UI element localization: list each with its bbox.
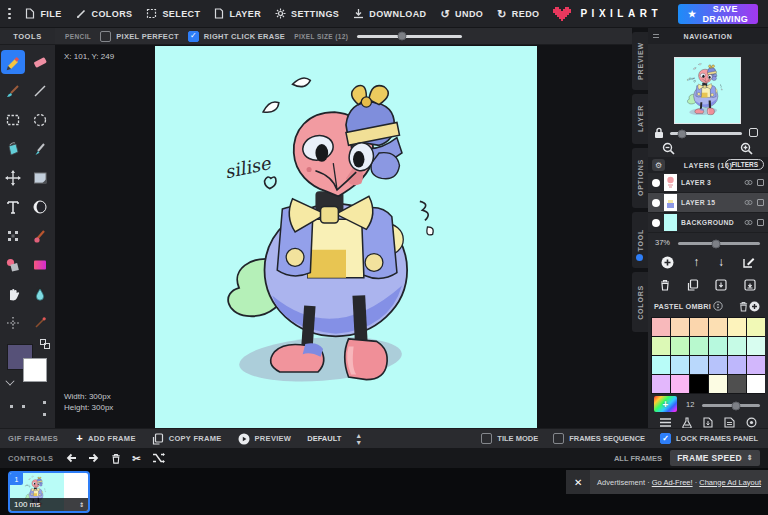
layer-opacity-knob[interactable] [711, 239, 720, 248]
blur-tool[interactable] [28, 282, 52, 306]
layer-visibility-toggle[interactable] [652, 199, 660, 207]
palette-swatch[interactable] [747, 337, 765, 355]
layer-row[interactable]: LAYER 3 [648, 173, 768, 193]
layer-link-icon[interactable] [744, 179, 753, 186]
lock-icon[interactable] [654, 127, 664, 139]
palette-swatch[interactable] [747, 375, 765, 393]
lock-frames-panel-toggle[interactable]: LOCK FRAMES PANEL [660, 433, 758, 444]
export-palette-icon[interactable] [724, 417, 735, 428]
select-area-tool[interactable] [28, 166, 52, 190]
palette-swatch[interactable] [728, 318, 746, 336]
filters-button[interactable]: FILTERS [725, 159, 764, 170]
delete-frame-button[interactable] [111, 453, 121, 464]
navigation-zoom-slider[interactable] [670, 132, 742, 135]
delete-palette-icon[interactable] [739, 301, 748, 312]
navigation-zoom-knob[interactable] [677, 129, 686, 138]
move-layer-down-icon[interactable]: ↓ [718, 256, 724, 268]
bucket-tool[interactable] [1, 137, 25, 161]
color-mixer-icon[interactable] [682, 417, 692, 428]
layers-settings-gear-icon[interactable]: ⚙ [652, 159, 665, 171]
palette-swatch[interactable] [728, 356, 746, 374]
palette-swatch[interactable] [671, 356, 689, 374]
dither-tool[interactable] [1, 224, 25, 248]
palette-swatch[interactable] [652, 337, 670, 355]
pixel-perfect-checkbox[interactable] [100, 31, 111, 42]
tile-mode-toggle[interactable]: TILE MODE [481, 433, 538, 444]
palette-select-icon[interactable] [713, 301, 723, 311]
flatten-layers-icon[interactable] [744, 279, 756, 291]
palette-swatch[interactable] [690, 375, 708, 393]
hamburger-menu-icon[interactable] [8, 8, 11, 19]
dots-horizontal-icon[interactable] [10, 405, 25, 408]
layer-rename-icon[interactable] [757, 179, 764, 186]
palette-list-icon[interactable] [660, 418, 671, 427]
go-ad-free-link[interactable]: Go Ad-Free! [652, 478, 693, 487]
save-drawing-button[interactable]: ★ SAVE DRAWING [678, 4, 758, 24]
change-ad-layout-link[interactable]: Change Ad Layout [699, 478, 761, 487]
pixel-perfect-toggle[interactable]: PIXEL PERFECT [100, 31, 179, 42]
layer-rename-icon[interactable] [757, 199, 764, 206]
palette-swatch[interactable] [709, 337, 727, 355]
frame-duration-bar[interactable]: 100 ms ⇕ [10, 498, 88, 511]
layer-rename-icon[interactable] [757, 219, 764, 226]
layer-opacity-slider[interactable] [678, 242, 760, 245]
grip-icon[interactable] [653, 34, 659, 38]
preview-button[interactable]: PREVIEW [238, 433, 292, 445]
palette-swatch[interactable] [690, 337, 708, 355]
palette-swatch[interactable] [671, 337, 689, 355]
shape-tool[interactable] [28, 195, 52, 219]
shuffle-frames-button[interactable] [152, 453, 165, 463]
preview-mode-select[interactable]: DEFAULT ▲▼ [307, 432, 362, 446]
palette-swatch[interactable] [652, 375, 670, 393]
copy-frame-button[interactable]: COPY FRAME [152, 433, 222, 445]
palette-swatch[interactable] [709, 318, 727, 336]
palette-swatch[interactable] [690, 356, 708, 374]
palette-swatch[interactable] [728, 337, 746, 355]
tab-preview[interactable]: PREVIEW [632, 32, 648, 90]
color-target-icon[interactable] [746, 417, 757, 428]
swatch-size-knob[interactable] [731, 401, 740, 410]
palette-name[interactable]: PASTEL OMBRI [654, 302, 711, 311]
palette-swatch[interactable] [652, 318, 670, 336]
zoom-out-icon[interactable] [662, 142, 675, 155]
menu-colors[interactable]: COLORS [76, 8, 133, 19]
line-tool[interactable] [28, 79, 52, 103]
frame-thumbnail-card[interactable]: 1 100 ms ⇕ [8, 471, 90, 513]
brush-tool[interactable] [1, 79, 25, 103]
color-picker-button[interactable]: + [654, 396, 677, 412]
palette-swatch[interactable] [709, 375, 727, 393]
menu-settings[interactable]: SETTINGS [275, 8, 339, 19]
menu-redo[interactable]: ↻ REDO [497, 9, 539, 19]
dots-vertical-icon[interactable] [43, 401, 46, 416]
frames-sequence-checkbox[interactable] [553, 433, 564, 444]
move-layer-up-icon[interactable]: ↑ [693, 256, 699, 268]
tab-options[interactable]: OPTIONS [632, 148, 648, 208]
eyedropper-tool[interactable] [28, 137, 52, 161]
layer-row[interactable]: BACKGROUND [648, 213, 768, 233]
palette-swatch[interactable] [747, 318, 765, 336]
text-tool[interactable] [1, 195, 25, 219]
drawing-canvas[interactable] [155, 46, 537, 428]
add-color-icon[interactable] [749, 301, 760, 312]
right-click-erase-toggle[interactable]: RIGHT CLICK ERASE [188, 31, 285, 42]
lasso-select-tool[interactable] [28, 108, 52, 132]
reset-colors-icon[interactable] [5, 376, 14, 385]
menu-layer[interactable]: LAYER [214, 8, 261, 19]
palette-swatch[interactable] [671, 318, 689, 336]
eraser-tool[interactable] [28, 50, 52, 74]
add-frame-button[interactable]: + ADD FRAME [76, 433, 135, 444]
duplicate-layer-icon[interactable] [687, 279, 699, 291]
navigation-preview[interactable] [674, 57, 741, 124]
menu-download[interactable]: DOWNLOAD [353, 8, 426, 19]
palette-swatch[interactable] [747, 356, 765, 374]
stamp-tool[interactable] [28, 224, 52, 248]
grid-toggle-icon[interactable] [749, 128, 758, 137]
tab-layer[interactable]: LAYER [632, 94, 648, 144]
ad-close-button[interactable]: ✕ [566, 470, 590, 494]
prev-frame-button[interactable] [65, 453, 77, 463]
secondary-color-swatch[interactable] [23, 358, 47, 382]
zoom-in-icon[interactable] [740, 142, 753, 155]
cut-frame-button[interactable]: ✂ [132, 453, 140, 464]
shading-tool[interactable] [28, 311, 52, 335]
menu-file[interactable]: FILE [25, 8, 61, 19]
